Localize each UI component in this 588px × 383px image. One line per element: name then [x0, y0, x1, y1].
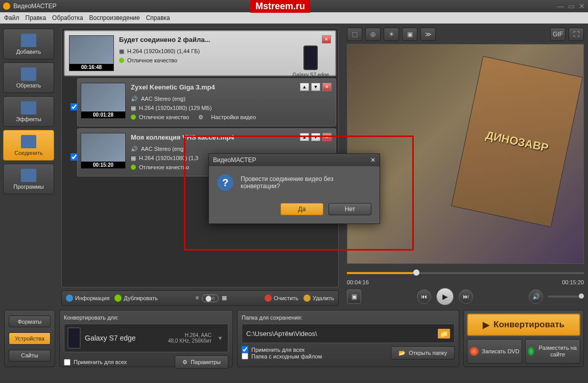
merged-duration: 00:16:48	[69, 64, 113, 71]
globe-icon	[528, 347, 534, 356]
volume-button[interactable]: 🔊	[529, 289, 543, 304]
video-icon: ▦	[131, 103, 136, 112]
menu-file[interactable]: Файл	[4, 14, 19, 21]
confirm-dialog: ВидеоМАСТЕР ✕ ? Провести соединение виде…	[208, 153, 380, 224]
maximize-button[interactable]: ▭	[568, 2, 575, 10]
sidebar-effects[interactable]: Эффекты	[3, 96, 54, 127]
next-button[interactable]: ⏭	[459, 289, 473, 304]
file-item-1[interactable]: 00:01:28 Zyxel Keenetic Giga 3.mp4 🔊AAC …	[77, 78, 336, 126]
menu-edit[interactable]: Правка	[26, 14, 46, 21]
sidebar-programs-label: Программы	[13, 184, 43, 190]
codec-info-2: 48,0 KHz, 256Кбит	[168, 338, 211, 344]
speed-tool[interactable]: ≫	[420, 28, 436, 41]
src-folder-check[interactable]: Папка с исходным файлом	[242, 353, 322, 359]
apply-all-2[interactable]: Применить для всех	[242, 346, 322, 353]
sidebar-add-label: Добавить	[16, 49, 41, 55]
file-2-down-button[interactable]: ▼	[311, 133, 320, 141]
clear-icon	[265, 295, 272, 302]
file-1-up-button[interactable]: ▲	[300, 83, 309, 91]
format-selector[interactable]: Galaxy S7 edge H.264, AAC 48,0 KHz, 256К…	[64, 324, 228, 352]
sidebar-add[interactable]: Добавить	[3, 29, 54, 59]
view-list-icon[interactable]: ≡	[196, 295, 199, 302]
view-grid-icon[interactable]: ▦	[222, 295, 227, 302]
dialog-close-button[interactable]: ✕	[370, 156, 375, 164]
list-toolbar: Информация Дублировать ≡ ⬤○ ▦ Очистить У…	[61, 290, 339, 306]
menu-help[interactable]: Справка	[146, 14, 170, 21]
merged-codec: H.264 (1920x1080) (1,44 ГБ)	[127, 47, 200, 56]
sidebar-merge-label: Соединить	[14, 150, 43, 156]
file-2-video: H.264 (1920x1080) (1,3	[139, 153, 198, 163]
dropdown-icon[interactable]: ▼	[216, 335, 225, 341]
file-1-duration: 00:01:28	[81, 111, 125, 118]
volume-slider[interactable]	[548, 296, 584, 298]
crop-tool[interactable]: ⬚	[347, 28, 362, 41]
file-2-audio: AAC Stereo (eng)	[141, 144, 185, 153]
quality-dot-icon	[131, 115, 136, 120]
tab-sites[interactable]: Сайты	[9, 350, 51, 362]
sidebar-cut[interactable]: Обрезать	[3, 62, 54, 93]
tab-devices[interactable]: Устройства	[9, 332, 51, 344]
file-1-thumbnail: 00:01:28	[81, 83, 126, 119]
format-tabs: Форматы Устройства Сайты	[4, 310, 55, 367]
play-button[interactable]: ▶	[436, 288, 454, 305]
delete-button[interactable]: Удалить	[303, 295, 334, 302]
video-preview[interactable]: ДИНОЗАВР	[347, 44, 584, 264]
app-title: ВидеоМАСТЕР	[13, 3, 56, 10]
dialog-title: ВидеоМАСТЕР	[213, 156, 256, 164]
minimize-button[interactable]: —	[557, 2, 564, 10]
video-icon: ▦	[131, 153, 136, 163]
sidebar-merge[interactable]: Соединить	[3, 130, 54, 161]
file-1-quality: Отличное качество	[139, 112, 189, 122]
gif-tool[interactable]: GIF	[550, 28, 566, 41]
duplicate-button[interactable]: Дублировать	[114, 295, 157, 302]
file-1-settings[interactable]: Настройки видео	[211, 112, 256, 122]
tab-formats[interactable]: Форматы	[9, 316, 51, 327]
file-2-up-button[interactable]: ▲	[300, 133, 309, 141]
quality-dot-icon	[119, 58, 124, 63]
file-1-remove-button[interactable]: ✕	[322, 83, 332, 91]
close-button[interactable]: ✕	[579, 2, 585, 10]
codec-info-1: H.264, AAC	[168, 332, 211, 338]
merged-quality: Отличное качество	[127, 56, 177, 65]
menu-playback[interactable]: Воспроизведение	[89, 14, 140, 21]
dialog-no-button[interactable]: Нет	[328, 203, 371, 215]
brightness-tool[interactable]: ☀	[384, 28, 399, 41]
folder-icon: 📂	[398, 350, 406, 356]
timeline-knob[interactable]	[413, 269, 419, 276]
file-2-thumbnail: 00:15:20	[81, 133, 126, 169]
sidebar: Добавить Обрезать Эффекты Соединить Прог…	[0, 24, 57, 310]
question-icon: ?	[217, 174, 233, 191]
file-1-checkbox[interactable]	[70, 103, 78, 110]
merged-remove-button[interactable]: ✕	[322, 35, 331, 43]
apply-all-1[interactable]: Применить для всех	[64, 359, 127, 366]
snapshot-button[interactable]: ▣	[347, 289, 361, 304]
file-2-checkbox[interactable]	[70, 153, 78, 161]
save-folder-label: Папка для сохранения:	[242, 314, 455, 321]
file-1-down-button[interactable]: ▼	[311, 83, 320, 91]
view-toggle-icon[interactable]: ⬤○	[202, 295, 219, 302]
rotate-tool[interactable]: ◎	[365, 28, 381, 41]
open-folder-button[interactable]: 📂Открыть папку	[391, 346, 455, 359]
gear-icon: ⚙	[182, 359, 187, 366]
burn-dvd-button[interactable]: Записать DVD	[467, 339, 522, 364]
convert-button[interactable]: ▶Конвертировать	[467, 313, 580, 336]
publish-button[interactable]: Разместить на сайте	[525, 339, 580, 364]
info-button[interactable]: Информация	[66, 295, 109, 302]
params-button[interactable]: ⚙Параметры	[175, 355, 228, 369]
sidebar-programs[interactable]: Программы	[3, 164, 54, 194]
menu-process[interactable]: Обработка	[52, 14, 83, 21]
convert-for-label: Конвертировать для:	[64, 314, 228, 321]
dialog-yes-button[interactable]: Да	[280, 203, 323, 215]
merged-thumbnail: 00:16:48	[69, 35, 114, 71]
browse-folder-button[interactable]: 📁	[438, 329, 450, 339]
file-2-remove-button[interactable]: ✕	[322, 133, 332, 141]
frame-tool[interactable]: ▣	[402, 28, 417, 41]
sidebar-cut-label: Обрезать	[16, 82, 41, 88]
gear-icon: ⚙	[198, 112, 203, 122]
prev-button[interactable]: ⏮	[417, 289, 431, 304]
timeline[interactable]	[347, 267, 584, 279]
fullscreen-tool[interactable]: ⛶	[569, 28, 584, 41]
merged-output-item[interactable]: 00:16:48 Будет соединено 2 файла... ▦H.2…	[64, 30, 336, 76]
quality-dot-icon	[131, 165, 136, 170]
clear-button[interactable]: Очистить	[265, 295, 298, 302]
